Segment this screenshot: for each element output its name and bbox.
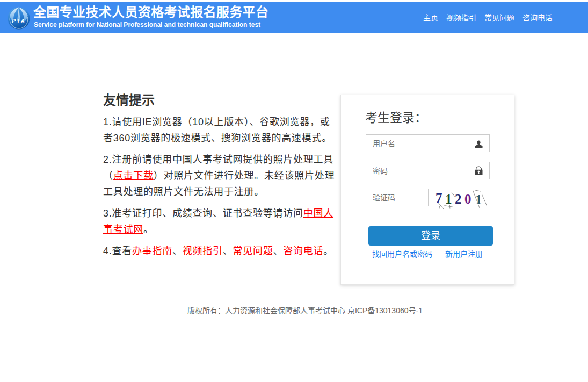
svg-text:2: 2: [455, 192, 462, 206]
svg-text:7: 7: [435, 191, 442, 205]
svg-text:0: 0: [464, 192, 471, 206]
svg-text:1: 1: [445, 192, 452, 206]
svg-text:PTA: PTA: [12, 18, 26, 24]
svg-text:1: 1: [475, 192, 482, 207]
